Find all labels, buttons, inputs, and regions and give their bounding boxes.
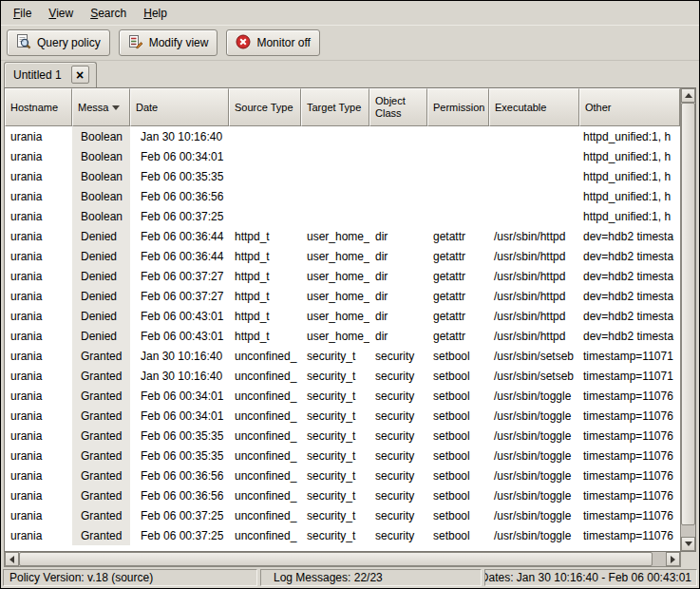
cell-executable: /usr/sbin/toggle [489, 426, 579, 446]
sort-descending-icon [112, 105, 120, 110]
cell-hostname: urania [5, 346, 72, 366]
cell-target-type: security_t [301, 505, 369, 525]
seaudit-window: File View Search Help Query policy [0, 0, 700, 589]
table-row[interactable]: uraniaBooleanFeb 06 00:35:35httpd_unifie… [5, 166, 680, 186]
table-row[interactable]: uraniaGrantedFeb 06 00:35:35unconfined_s… [5, 426, 680, 446]
tab-strip: Untitled 1 × [1, 61, 699, 87]
cell-hostname: urania [5, 206, 72, 226]
cell-message: Boolean [72, 166, 130, 186]
column-header-date[interactable]: Date [130, 88, 229, 126]
cell-permission: setbool [427, 426, 489, 446]
cell-target-type: security_t [301, 426, 369, 446]
cell-source-type [229, 186, 301, 206]
column-header-object-class[interactable]: Object Class [369, 88, 427, 126]
menu-view[interactable]: View [40, 3, 82, 24]
table-row[interactable]: uraniaGrantedFeb 06 00:36:56unconfined_s… [5, 466, 680, 485]
vertical-scroll-thumb[interactable] [681, 103, 695, 525]
status-bar: Policy Version: v.18 (source) Log Messag… [1, 567, 699, 588]
cell-object-class: dir [369, 226, 427, 246]
cell-hostname: urania [5, 146, 72, 166]
table-frame: Hostname Messa Date Source Type Target T… [4, 87, 696, 552]
tab-untitled-1[interactable]: Untitled 1 × [4, 62, 97, 87]
table-row[interactable]: uraniaGrantedJan 30 10:16:40unconfined_s… [5, 346, 680, 366]
cell-source-type [229, 166, 301, 186]
cell-target-type: security_t [301, 406, 369, 426]
policy-version-status: Policy Version: v.18 (source) [3, 569, 257, 586]
cell-target-type: security_t [301, 485, 369, 505]
policy-version-text: Policy Version: v.18 (source) [9, 571, 153, 584]
cell-other: httpd_unified:1, h [579, 186, 680, 206]
cell-object-class: dir [369, 306, 427, 326]
cell-object-class [369, 186, 427, 206]
cell-permission: getattr [427, 286, 489, 306]
cell-message: Granted [72, 346, 130, 366]
tab-close-button[interactable]: × [71, 66, 89, 84]
horizontal-scrollbar[interactable] [4, 552, 681, 567]
cell-date: Feb 06 00:37:25 [130, 525, 229, 545]
table-row[interactable]: uraniaDeniedFeb 06 00:43:01httpd_tuser_h… [5, 306, 680, 326]
cell-executable: /usr/sbin/httpd [489, 326, 579, 346]
cell-permission: setbool [427, 505, 489, 525]
cell-executable [489, 126, 579, 146]
table-row[interactable]: uraniaDeniedFeb 06 00:36:44httpd_tuser_h… [5, 246, 680, 266]
table-row[interactable]: uraniaGrantedFeb 06 00:34:01unconfined_s… [5, 386, 680, 406]
menu-search[interactable]: Search [82, 3, 135, 24]
modify-view-button[interactable]: Modify view [119, 29, 218, 56]
table-row[interactable]: uraniaGrantedFeb 06 00:37:25unconfined_s… [5, 505, 680, 525]
column-header-message[interactable]: Messa [72, 88, 130, 126]
table-row[interactable]: uraniaGrantedFeb 06 00:34:01unconfined_s… [5, 406, 680, 426]
horizontal-scroll-track[interactable] [19, 552, 666, 566]
cell-other: httpd_unified:1, h [579, 126, 680, 146]
cell-message: Denied [72, 326, 130, 346]
cell-hostname: urania [5, 246, 72, 266]
column-header-label: Date [136, 102, 158, 114]
cell-other: httpd_unified:1, h [579, 146, 680, 166]
table-row[interactable]: uraniaGrantedFeb 06 00:36:56unconfined_s… [5, 485, 680, 505]
cell-permission [427, 166, 489, 186]
cell-executable: /usr/sbin/httpd [489, 246, 579, 266]
column-header-hostname[interactable]: Hostname [5, 88, 72, 126]
cell-permission [427, 186, 489, 206]
column-header-permission[interactable]: Permission [427, 88, 489, 126]
table-row[interactable]: uraniaBooleanFeb 06 00:36:56httpd_unifie… [5, 186, 680, 206]
cell-date: Feb 06 00:43:01 [130, 326, 229, 346]
monitor-off-icon [236, 34, 251, 52]
cell-date: Feb 06 00:36:56 [130, 466, 229, 485]
table-row[interactable]: uraniaBooleanFeb 06 00:37:25httpd_unifie… [5, 206, 680, 226]
cell-permission [427, 206, 489, 226]
cell-object-class: security [369, 466, 427, 485]
vertical-scroll-track[interactable] [681, 103, 695, 537]
menu-file[interactable]: File [5, 3, 40, 24]
monitor-off-button[interactable]: Monitor off [226, 29, 319, 56]
horizontal-scroll-thumb[interactable] [19, 552, 653, 566]
table-row[interactable]: uraniaDeniedFeb 06 00:36:44httpd_tuser_h… [5, 226, 680, 246]
column-header-target-type[interactable]: Target Type [301, 88, 369, 126]
table-row[interactable]: uraniaBooleanJan 30 10:16:40httpd_unifie… [5, 126, 680, 146]
arrow-down-icon [685, 542, 692, 546]
menubar: File View Search Help [1, 1, 699, 25]
column-header-other[interactable]: Other [579, 88, 680, 126]
vertical-scrollbar[interactable] [680, 88, 695, 551]
menu-help[interactable]: Help [135, 3, 176, 24]
scroll-up-button[interactable] [681, 88, 695, 103]
table-row[interactable]: uraniaDeniedFeb 06 00:43:01httpd_tuser_h… [5, 326, 680, 346]
arrow-up-icon [685, 93, 692, 98]
scroll-left-button[interactable] [5, 552, 19, 566]
horizontal-scroll-row [4, 552, 696, 567]
cell-date: Feb 06 00:34:01 [130, 146, 229, 166]
column-header-executable[interactable]: Executable [489, 88, 579, 126]
cell-permission: setbool [427, 386, 489, 406]
scroll-down-button[interactable] [681, 537, 695, 551]
table-row[interactable]: uraniaBooleanFeb 06 00:34:01httpd_unifie… [5, 146, 680, 166]
cell-source-type: unconfined_ [229, 485, 301, 505]
query-policy-button[interactable]: Query policy [7, 29, 110, 56]
column-header-source-type[interactable]: Source Type [229, 88, 301, 126]
table-row[interactable]: uraniaGrantedFeb 06 00:37:25unconfined_s… [5, 525, 680, 545]
table-row[interactable]: uraniaGrantedFeb 06 00:35:35unconfined_s… [5, 446, 680, 466]
cell-other: httpd_unified:1, h [579, 206, 680, 226]
cell-permission: getattr [427, 226, 489, 246]
table-row[interactable]: uraniaDeniedFeb 06 00:37:27httpd_tuser_h… [5, 266, 680, 286]
scroll-right-button[interactable] [666, 552, 680, 566]
table-row[interactable]: uraniaDeniedFeb 06 00:37:27httpd_tuser_h… [5, 286, 680, 306]
table-row[interactable]: uraniaGrantedJan 30 10:16:40unconfined_s… [5, 366, 680, 386]
